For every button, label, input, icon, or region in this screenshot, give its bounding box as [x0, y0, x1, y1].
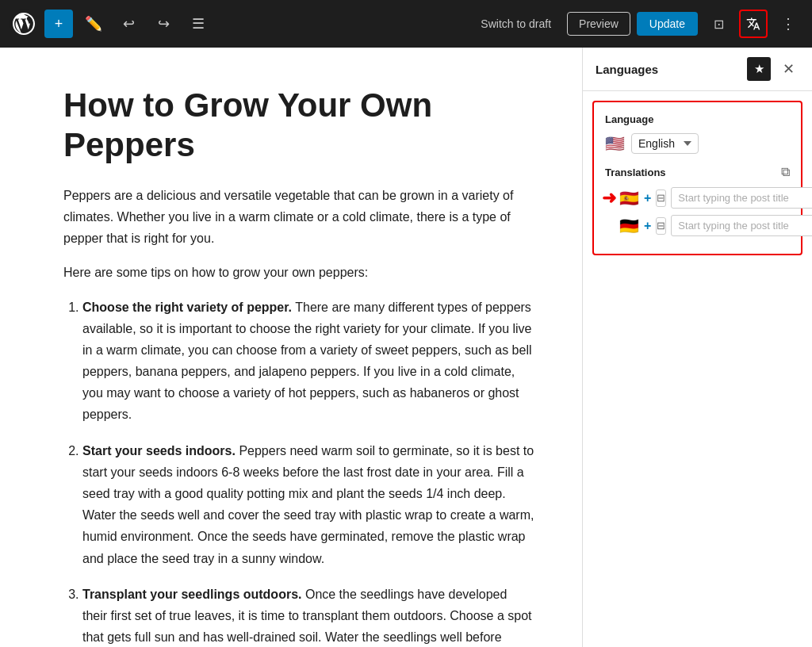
edit-spanish-button[interactable]: ⊟ — [656, 190, 666, 207]
header-actions: Switch to draft Preview Update ⊡ ⋮ — [471, 10, 802, 38]
list-item: Start your seeds indoors. Peppers need w… — [82, 440, 534, 569]
add-button[interactable]: + — [44, 10, 73, 38]
wordpress-logo — [10, 10, 38, 38]
edit-german-button[interactable]: ⊟ — [656, 217, 666, 235]
spain-flag-icon: 🇪🇸 — [619, 189, 639, 208]
translations-label: Translations — [605, 167, 666, 178]
switch-to-draft-button[interactable]: Switch to draft — [471, 13, 561, 35]
copy-icon[interactable]: ⧉ — [781, 165, 790, 179]
list-item: Choose the right variety of pepper. Ther… — [82, 297, 534, 426]
panel-header: Languages ★ ✕ — [583, 48, 812, 91]
post-title: How to Grow Your Own Peppers — [63, 86, 534, 166]
translation-row-german: 🇩🇪 + ⊟ — [619, 215, 790, 236]
list-item-text: Peppers need warm soil to germinate, so … — [82, 444, 534, 565]
arrow-indicator: ➜ — [602, 188, 616, 209]
language-label: Language — [605, 113, 790, 125]
spanish-title-input[interactable] — [671, 187, 812, 209]
close-panel-button[interactable]: ✕ — [777, 58, 799, 80]
undo-button[interactable]: ↩ — [114, 10, 143, 38]
germany-flag-icon: 🇩🇪 — [619, 216, 639, 235]
editor-area: How to Grow Your Own Peppers Peppers are… — [0, 48, 582, 647]
post-body: Peppers are a delicious and versatile ve… — [63, 185, 534, 647]
list-item-bold: Transplant your seedlings outdoors. — [82, 588, 301, 601]
update-button[interactable]: Update — [637, 12, 698, 36]
languages-sidebar: Languages ★ ✕ Language 🇺🇸 English Spanis… — [582, 48, 812, 647]
language-section: Language 🇺🇸 English Spanish German Frenc… — [592, 101, 802, 255]
intro-paragraph-1: Peppers are a delicious and versatile ve… — [63, 185, 534, 250]
german-title-input[interactable] — [671, 215, 812, 236]
language-select[interactable]: English Spanish German French — [631, 133, 699, 154]
add-spanish-translation-button[interactable]: + — [644, 190, 651, 207]
translate-plugin-button[interactable] — [739, 10, 768, 38]
main-layout: How to Grow Your Own Peppers Peppers are… — [0, 48, 812, 647]
star-button[interactable]: ★ — [747, 57, 771, 81]
preview-button[interactable]: Preview — [567, 12, 630, 36]
translation-row-spanish: ➜ 🇪🇸 + ⊟ — [619, 187, 790, 209]
more-options-button[interactable]: ⋮ — [774, 10, 802, 38]
intro-paragraph-2: Here are some tips on how to grow your o… — [63, 262, 534, 283]
translations-header: Translations ⧉ — [605, 165, 790, 179]
language-row: 🇺🇸 English Spanish German French — [605, 133, 790, 154]
list-item-bold: Start your seeds indoors. — [82, 444, 236, 457]
list-view-button[interactable]: ☰ — [184, 10, 213, 38]
edit-icon-btn[interactable]: ✏️ — [79, 10, 108, 38]
redo-button[interactable]: ↪ — [149, 10, 178, 38]
tips-list: Choose the right variety of pepper. Ther… — [63, 297, 534, 647]
panel-title: Languages — [596, 63, 658, 76]
panel-header-icons: ★ ✕ — [747, 57, 799, 81]
list-item: Transplant your seedlings outdoors. Once… — [82, 584, 534, 647]
list-item-bold: Choose the right variety of pepper. — [82, 301, 292, 314]
topbar: + ✏️ ↩ ↪ ☰ Switch to draft Preview Updat… — [0, 0, 812, 48]
sidebar-toggle-button[interactable]: ⊡ — [704, 10, 733, 38]
list-item-text: There are many different types of pepper… — [82, 301, 531, 422]
add-german-translation-button[interactable]: + — [644, 217, 651, 235]
us-flag-icon: 🇺🇸 — [605, 134, 625, 153]
